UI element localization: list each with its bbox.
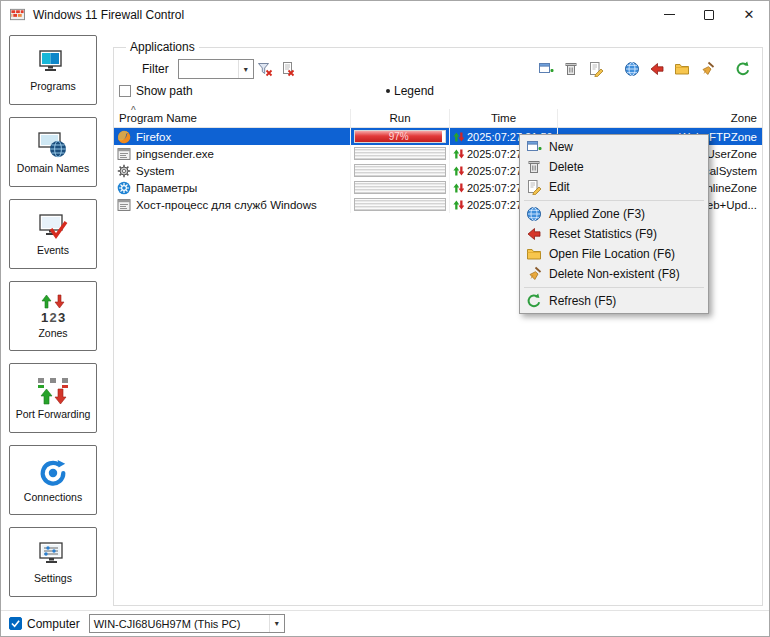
- new-icon: [526, 139, 542, 155]
- sidebar-item-connections[interactable]: Connections: [9, 445, 97, 515]
- sidebar-item-label: Zones: [38, 327, 67, 339]
- menu-separator: [524, 200, 704, 201]
- sidebar-item-label: Events: [37, 244, 69, 256]
- column-header-time[interactable]: Time: [450, 109, 558, 127]
- domain-names-icon: [37, 131, 69, 159]
- run-progress-fill: [355, 199, 445, 210]
- reset-statistics-icon: [649, 61, 665, 77]
- sidebar-item-label: Domain Names: [17, 162, 89, 174]
- column-header-zone[interactable]: Zone: [558, 109, 762, 127]
- computer-label: Computer: [27, 617, 80, 631]
- run-progress: [354, 181, 446, 194]
- toolbar-open-file-location-button[interactable]: [670, 59, 693, 79]
- gear-gray-icon: [117, 164, 131, 178]
- sidebar-item-label: Settings: [34, 572, 72, 584]
- run-progress-fill: [355, 182, 445, 193]
- close-icon: ✕: [744, 8, 755, 21]
- menu-separator: [524, 287, 704, 288]
- port-forwarding-icon: [36, 377, 70, 405]
- sidebar-item-domain-names[interactable]: Domain Names: [9, 117, 97, 187]
- minimize-button[interactable]: [649, 1, 689, 28]
- computer-checkbox[interactable]: [9, 617, 22, 630]
- clear-filter-doc-button[interactable]: [277, 59, 300, 79]
- program-name: Параметры: [136, 182, 197, 194]
- main-panel: Applications Filter ▾: [105, 28, 769, 610]
- filter-combobox[interactable]: ▾: [178, 59, 254, 79]
- applications-group-title: Applications: [126, 40, 199, 54]
- show-path-label: Show path: [136, 84, 193, 98]
- maximize-button[interactable]: [689, 1, 729, 28]
- program-name: Хост-процесс для служб Windows: [136, 199, 317, 211]
- menu-item-delete[interactable]: Delete: [522, 157, 706, 177]
- gear-blue-icon: [117, 181, 131, 195]
- sidebar-item-label: Port Forwarding: [16, 408, 91, 420]
- clear-filter-button[interactable]: [254, 59, 277, 79]
- menu-item-applied-zone[interactable]: Applied Zone (F3): [522, 204, 706, 224]
- delete-non-existent-icon: [526, 266, 542, 282]
- app-icon: [10, 7, 25, 22]
- open-file-location-icon: [526, 246, 542, 262]
- sidebar-item-port-forwarding[interactable]: Port Forwarding: [9, 363, 97, 433]
- legend-bullet-icon: [386, 89, 390, 93]
- legend-label: Legend: [394, 84, 434, 98]
- column-header-program-name[interactable]: Program Name: [114, 109, 351, 127]
- traffic-arrows-icon: [453, 132, 464, 142]
- run-progress-fill: [355, 148, 445, 159]
- run-progress: [354, 164, 446, 177]
- close-button[interactable]: ✕: [729, 1, 769, 28]
- table-header: ^ Program Name Run Time Zone: [114, 109, 762, 128]
- filter-clear-icon: [257, 61, 273, 77]
- toolbar-refresh-button[interactable]: [731, 59, 754, 79]
- menu-item-label: Applied Zone (F3): [549, 207, 645, 221]
- delete-icon: [563, 61, 579, 77]
- events-icon: [37, 213, 69, 241]
- toolbar-reset-statistics-button[interactable]: [645, 59, 668, 79]
- toolbar-edit-button[interactable]: [584, 59, 607, 79]
- refresh-icon: [735, 61, 751, 77]
- menu-item-reset-statistics[interactable]: Reset Statistics (F9): [522, 224, 706, 244]
- toolbar-applied-zone-button[interactable]: [620, 59, 643, 79]
- programs-icon: [37, 49, 69, 77]
- sidebar-item-programs[interactable]: Programs: [9, 35, 97, 105]
- titlebar[interactable]: Windows 11 Firewall Control ✕: [1, 1, 769, 28]
- column-header-run[interactable]: Run: [351, 109, 450, 127]
- row-time: 2025:07:27: [467, 182, 522, 194]
- menu-item-refresh[interactable]: Refresh (F5): [522, 291, 706, 311]
- svg-text:2: 2: [50, 310, 57, 324]
- traffic-arrows-icon: [453, 149, 464, 159]
- menu-item-new[interactable]: New: [522, 137, 706, 157]
- menu-item-label: Reset Statistics (F9): [549, 227, 657, 241]
- generic-app-icon: [117, 147, 131, 161]
- menu-item-edit[interactable]: Edit: [522, 177, 706, 197]
- show-path-checkbox[interactable]: [119, 85, 131, 97]
- applied-zone-icon: [526, 206, 542, 222]
- delete-non-existent-icon: [699, 61, 715, 77]
- menu-item-label: Refresh (F5): [549, 294, 616, 308]
- traffic-arrows-icon: [453, 183, 464, 193]
- menu-item-delete-non-existent[interactable]: Delete Non-existent (F8): [522, 264, 706, 284]
- run-progress-fill: [355, 165, 445, 176]
- statusbar: Computer WIN-CJI68U6H97M (This PC) ▾: [1, 610, 769, 636]
- check-icon: [11, 619, 20, 628]
- computer-combobox[interactable]: WIN-CJI68U6H97M (This PC) ▾: [89, 614, 285, 633]
- sidebar-item-events[interactable]: Events: [9, 199, 97, 269]
- maximize-icon: [704, 10, 714, 20]
- toolbar-delete-button[interactable]: [559, 59, 582, 79]
- sidebar-item-settings[interactable]: Settings: [9, 527, 97, 597]
- applications-groupbox: Applications Filter ▾: [113, 40, 763, 606]
- sidebar-item-zones[interactable]: 1 2 3 Zones: [9, 281, 97, 351]
- row-time: 2025:07:27: [467, 165, 522, 177]
- edit-icon: [526, 179, 542, 195]
- menu-item-label: Open File Location (F6): [549, 247, 675, 261]
- legend-link[interactable]: Legend: [386, 84, 434, 98]
- generic-app-icon: [117, 198, 131, 212]
- run-progress-fill: 97%: [355, 131, 442, 142]
- traffic-arrows-icon: [453, 166, 464, 176]
- toolbar-new-button[interactable]: [534, 59, 557, 79]
- toolbar-delete-non-existent-button[interactable]: [695, 59, 718, 79]
- settings-icon: [37, 541, 69, 569]
- row-time: 2025:07:27: [467, 199, 522, 211]
- edit-icon: [588, 61, 604, 77]
- run-percent: 97%: [389, 131, 409, 142]
- menu-item-open-file-location[interactable]: Open File Location (F6): [522, 244, 706, 264]
